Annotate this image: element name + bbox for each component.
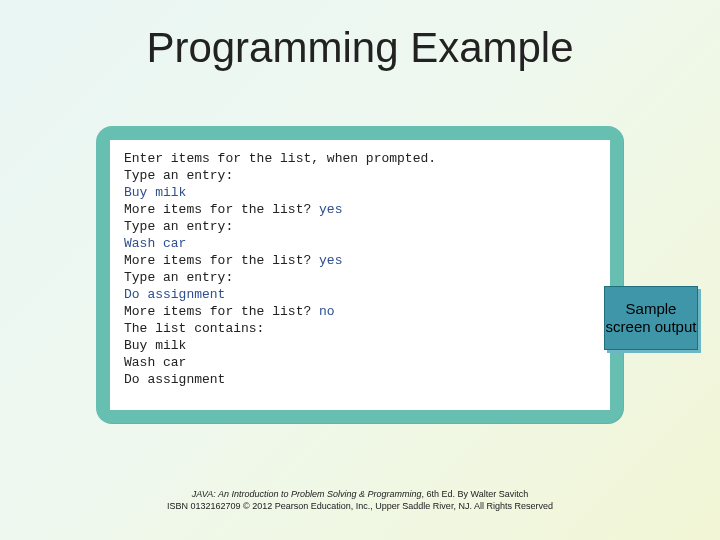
console-line: Enter items for the list, when prompted. <box>124 150 596 167</box>
footer-book-title: JAVA: An Introduction to Problem Solving… <box>192 489 422 499</box>
user-input-text: no <box>319 304 335 319</box>
console-line: More items for the list? yes <box>124 252 596 269</box>
callout-label: Sample screen output <box>605 300 697 336</box>
console-output: Enter items for the list, when prompted.… <box>110 140 610 410</box>
slide: Programming Example Enter items for the … <box>0 0 720 540</box>
console-line: Type an entry: <box>124 167 596 184</box>
console-line: Type an entry: <box>124 218 596 235</box>
console-line: Wash car <box>124 354 596 371</box>
output-text: Enter items for the list, when prompted. <box>124 151 436 166</box>
console-line: Buy milk <box>124 184 596 201</box>
output-text: Type an entry: <box>124 270 233 285</box>
output-text: Buy milk <box>124 338 186 353</box>
output-text: Wash car <box>124 355 186 370</box>
footer-line-2: ISBN 0132162709 © 2012 Pearson Education… <box>0 500 720 512</box>
user-input-text: yes <box>319 202 342 217</box>
prompt-text: More items for the list? <box>124 253 319 268</box>
user-input-text: yes <box>319 253 342 268</box>
console-line: Wash car <box>124 235 596 252</box>
callout-sample-output: Sample screen output <box>604 286 698 350</box>
output-text: Type an entry: <box>124 219 233 234</box>
user-input-text: Buy milk <box>124 185 186 200</box>
output-text: Type an entry: <box>124 168 233 183</box>
console-line: Do assignment <box>124 286 596 303</box>
output-text: The list contains: <box>124 321 264 336</box>
slide-footer: JAVA: An Introduction to Problem Solving… <box>0 488 720 512</box>
prompt-text: More items for the list? <box>124 202 319 217</box>
console-line: More items for the list? yes <box>124 201 596 218</box>
console-line: The list contains: <box>124 320 596 337</box>
user-input-text: Do assignment <box>124 287 225 302</box>
footer-line1-rest: , 6th Ed. By Walter Savitch <box>422 489 529 499</box>
prompt-text: More items for the list? <box>124 304 319 319</box>
console-line: Do assignment <box>124 371 596 388</box>
output-text: Do assignment <box>124 372 225 387</box>
footer-line-1: JAVA: An Introduction to Problem Solving… <box>0 488 720 500</box>
console-frame: Enter items for the list, when prompted.… <box>96 126 624 424</box>
slide-title: Programming Example <box>0 24 720 72</box>
console-line: Buy milk <box>124 337 596 354</box>
console-line: More items for the list? no <box>124 303 596 320</box>
user-input-text: Wash car <box>124 236 186 251</box>
console-line: Type an entry: <box>124 269 596 286</box>
